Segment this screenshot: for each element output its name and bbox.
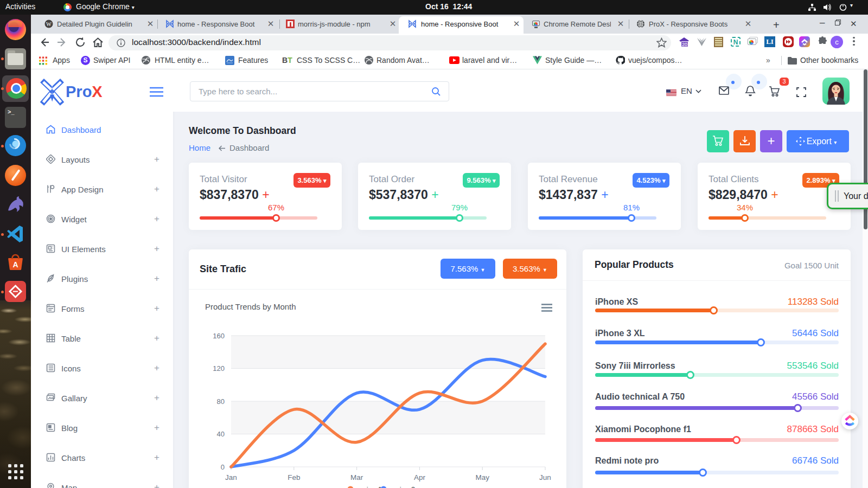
svg-text:40: 40 bbox=[217, 430, 225, 438]
svg-text:A: A bbox=[12, 260, 18, 269]
svg-text:160: 160 bbox=[213, 332, 225, 340]
svg-text:120: 120 bbox=[213, 364, 225, 373]
svg-text:series 1: series 1 bbox=[356, 485, 382, 488]
svg-text:Feb: Feb bbox=[288, 473, 300, 481]
svg-text:Mar: Mar bbox=[350, 473, 363, 481]
svg-text:series 2: series 2 bbox=[390, 485, 415, 488]
svg-text:80: 80 bbox=[217, 397, 225, 406]
svg-text:W: W bbox=[46, 21, 52, 27]
svg-text:Jan: Jan bbox=[225, 473, 237, 481]
svg-text:0: 0 bbox=[221, 463, 225, 471]
svg-text:May: May bbox=[475, 473, 489, 481]
svg-text:Apr: Apr bbox=[414, 473, 426, 481]
svg-text:Jun: Jun bbox=[539, 473, 551, 481]
